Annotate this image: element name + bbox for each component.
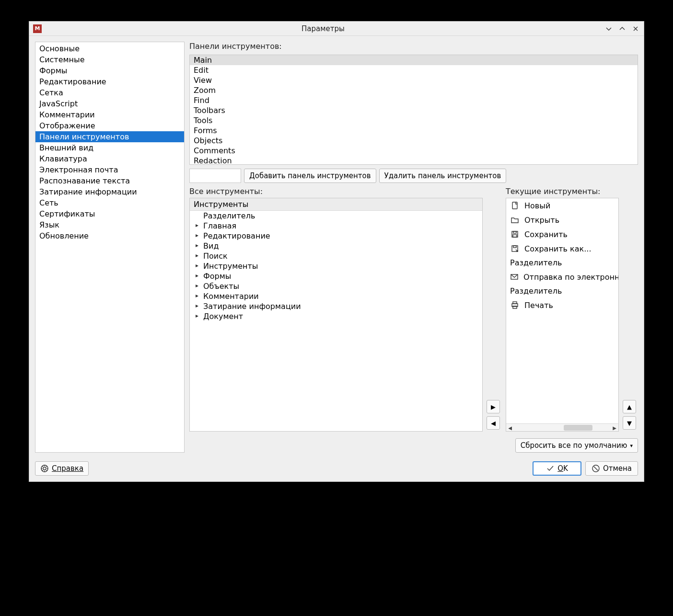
sidebar-item[interactable]: Внешний вид: [35, 142, 184, 153]
tree-node[interactable]: Комментарии: [190, 291, 482, 301]
current-tools-list[interactable]: НовыйОткрытьСохранитьСохранить как...Раз…: [506, 198, 619, 432]
toolbar-list-row[interactable]: View: [190, 75, 638, 85]
move-down-button[interactable]: ▼: [623, 416, 636, 430]
new-icon: [510, 201, 520, 210]
scroll-right-icon[interactable]: ▶: [611, 424, 618, 432]
sidebar-item[interactable]: JavaScript: [35, 98, 184, 109]
tree-node[interactable]: Инструменты: [190, 261, 482, 271]
ok-button[interactable]: OK: [533, 461, 581, 476]
sidebar-item[interactable]: Системные: [35, 54, 184, 65]
all-tools-label: Все инструменты:: [189, 187, 483, 196]
open-icon: [510, 215, 520, 225]
sidebar-item[interactable]: Панели инструментов: [35, 131, 184, 142]
cancel-icon: [592, 464, 600, 473]
help-button[interactable]: Справка: [35, 461, 89, 476]
tree-node[interactable]: Формы: [190, 271, 482, 281]
tree-node[interactable]: Поиск: [190, 251, 482, 261]
sidebar-item[interactable]: Язык: [35, 219, 184, 230]
sidebar-item[interactable]: Комментарии: [35, 109, 184, 120]
minimize-button[interactable]: [604, 24, 613, 33]
horizontal-scrollbar[interactable]: ◀ ▶: [506, 423, 618, 431]
all-tools-tree[interactable]: Инструменты РазделительГлавнаяРедактиров…: [189, 198, 483, 432]
svg-rect-0: [512, 202, 517, 209]
ok-label: OK: [557, 464, 568, 473]
preferences-dialog: M Параметры ОсновныеСистемныеФормыРедакт…: [29, 21, 644, 482]
tree-node[interactable]: Документ: [190, 311, 482, 321]
window-title: Параметры: [42, 24, 604, 33]
toolbar-list-row[interactable]: Main: [190, 55, 638, 65]
toolbar-list-row[interactable]: Objects: [190, 136, 638, 146]
check-icon: [546, 464, 555, 473]
category-sidebar[interactable]: ОсновныеСистемныеФормыРедактированиеСетк…: [35, 42, 185, 453]
current-tool-row[interactable]: Новый: [506, 198, 618, 213]
toolbar-list-row[interactable]: Zoom: [190, 85, 638, 95]
sidebar-item[interactable]: Клавиатура: [35, 153, 184, 164]
svg-rect-3: [513, 235, 517, 237]
current-tools-label: Текущие инструменты:: [506, 187, 619, 196]
sidebar-item[interactable]: Затирание информации: [35, 186, 184, 197]
current-tool-label: Разделитель: [510, 258, 562, 267]
sidebar-item[interactable]: Отображение: [35, 120, 184, 131]
reset-all-button[interactable]: Сбросить все по умолчанию ▾: [515, 438, 638, 453]
remove-toolbar-button[interactable]: Удалить панель инструментов: [379, 169, 507, 183]
current-tool-label: Печать: [524, 301, 553, 310]
cancel-label: Отмена: [603, 464, 632, 473]
toolbar-list-row[interactable]: Comments: [190, 146, 638, 156]
remove-tool-button[interactable]: ◀: [487, 416, 500, 430]
chevron-down-icon: ▾: [630, 443, 633, 449]
sidebar-item[interactable]: Обновление: [35, 230, 184, 241]
move-up-button[interactable]: ▲: [623, 400, 636, 413]
svg-point-11: [43, 467, 46, 470]
scroll-left-icon[interactable]: ◀: [506, 424, 514, 432]
sidebar-item[interactable]: Формы: [35, 65, 184, 76]
current-tool-label: Разделитель: [510, 286, 562, 296]
tree-header: Инструменты: [190, 198, 482, 211]
tree-node[interactable]: Редактирование: [190, 231, 482, 241]
sidebar-item[interactable]: Сетка: [35, 87, 184, 98]
sidebar-item[interactable]: Редактирование: [35, 76, 184, 87]
add-toolbar-button[interactable]: Добавить панель инструментов: [244, 169, 376, 183]
toolbar-list-row[interactable]: Edit: [190, 65, 638, 75]
current-tool-row[interactable]: Разделитель: [506, 256, 618, 270]
new-toolbar-name-input[interactable]: [189, 169, 241, 183]
maximize-button[interactable]: [618, 24, 627, 33]
toolbar-list[interactable]: MainEditViewZoomFindToolbarsToolsFormsOb…: [189, 55, 638, 165]
toolbar-list-row[interactable]: Redaction: [190, 156, 638, 165]
toolbar-list-row[interactable]: Find: [190, 95, 638, 105]
help-label: Справка: [52, 464, 83, 473]
toolbar-list-row[interactable]: Tools: [190, 115, 638, 125]
toolbars-label: Панели инструментов:: [189, 42, 638, 51]
tree-node[interactable]: Вид: [190, 241, 482, 251]
help-icon: [40, 464, 49, 473]
tree-node[interactable]: Главная: [190, 221, 482, 231]
sidebar-item[interactable]: Электронная почта: [35, 164, 184, 175]
current-tool-row[interactable]: Отправка по электронной почте: [506, 270, 618, 284]
sidebar-item[interactable]: Основные: [35, 43, 184, 54]
current-tool-label: Открыть: [524, 216, 559, 225]
current-tool-row[interactable]: Сохранить: [506, 227, 618, 241]
cancel-button[interactable]: Отмена: [585, 461, 638, 476]
add-toolbar-label: Добавить панель инструментов: [249, 171, 371, 180]
tree-node[interactable]: Разделитель: [190, 211, 482, 221]
close-button[interactable]: [631, 24, 640, 33]
current-tool-row[interactable]: Открыть: [506, 213, 618, 227]
current-tool-label: Новый: [524, 201, 550, 210]
current-tool-row[interactable]: Сохранить как...: [506, 241, 618, 256]
print-icon: [510, 300, 520, 310]
toolbar-list-row[interactable]: Toolbars: [190, 105, 638, 115]
mail-icon: [510, 272, 519, 282]
scroll-thumb[interactable]: [564, 425, 592, 431]
current-tool-row[interactable]: Разделитель: [506, 284, 618, 298]
current-tool-row[interactable]: Печать: [506, 298, 618, 312]
svg-rect-2: [513, 231, 516, 233]
reset-all-label: Сбросить все по умолчанию: [521, 441, 627, 450]
sidebar-item[interactable]: Распознавание текста: [35, 175, 184, 186]
sidebar-item[interactable]: Сертификаты: [35, 208, 184, 219]
tree-node[interactable]: Затирание информации: [190, 301, 482, 311]
save-icon: [510, 229, 520, 239]
add-tool-button[interactable]: ▶: [487, 400, 500, 413]
sidebar-item[interactable]: Сеть: [35, 197, 184, 208]
tree-node[interactable]: Объекты: [190, 281, 482, 291]
titlebar: M Параметры: [29, 22, 644, 36]
toolbar-list-row[interactable]: Forms: [190, 125, 638, 136]
